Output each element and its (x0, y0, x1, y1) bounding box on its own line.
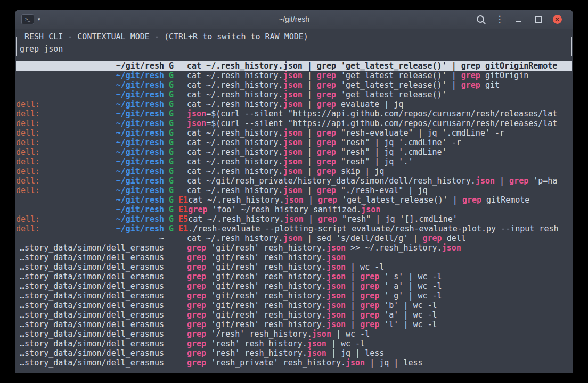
minimize-button[interactable] (509, 12, 528, 26)
search-button[interactable] (471, 12, 490, 26)
command-text: cat ~/.resh_history.json | grep 'get_lat… (187, 90, 572, 99)
history-row[interactable]: dell:~/git/reshGcat ~/.resh_history.json… (16, 147, 572, 157)
history-row[interactable]: …story_data/simon/dell_erasmusgrep '/res… (16, 329, 572, 339)
status-flags: G (164, 90, 187, 99)
command-text: cat ~/.resh_history.json | grep "resh" |… (187, 157, 572, 166)
history-row[interactable]: dell:~/git/reshG E1./resh-evaluate --plo… (16, 224, 572, 234)
titlebar: >_ ▾ ~/git/resh ⋮ ✕ (15, 10, 573, 29)
history-row[interactable]: dell:~/git/reshGjson=$(curl --silent "ht… (16, 109, 572, 119)
command-text: cat ~/.resh_history.json | sed 's/dell/d… (187, 234, 572, 243)
history-row[interactable]: …story_data/simon/dell_erasmusgrep 'git/… (16, 253, 572, 262)
match-highlight: json (283, 80, 303, 90)
history-row[interactable]: dell:~/git/reshGcat ~/git/resh_private/h… (16, 176, 572, 186)
git-flag: G (169, 119, 174, 128)
history-row[interactable]: …story_data/simon/dell_erasmusgrep 'git/… (16, 272, 572, 281)
git-flag: G (169, 71, 174, 80)
command-text: cat ~/.resh_history.json | grep "resh" |… (188, 214, 572, 224)
status-flags: G (164, 109, 187, 119)
directory-label: …story_data/simon/dell_erasmus (20, 329, 164, 339)
directory-label: ~/git/resh (116, 80, 164, 90)
match-highlight: grep (187, 253, 206, 262)
history-row[interactable]: …story_data/simon/dell_erasmusgrep 'git/… (16, 243, 572, 253)
directory-label: …story_data/simon/dell_erasmus (20, 291, 164, 301)
history-row[interactable]: dell:~/git/reshGjson=$(curl --silent "ht… (16, 119, 572, 128)
match-highlight: grep (187, 281, 206, 291)
history-row[interactable]: …story_data/simon/dell_erasmusgrep 'git/… (16, 262, 572, 272)
history-row[interactable]: ~/git/reshG E1grep 'foo' ~/resh_history_… (16, 205, 572, 214)
status-flags (164, 262, 187, 272)
history-row[interactable]: dell:~/git/reshGcat ~/.resh_history.json… (16, 99, 572, 109)
restore-icon (535, 16, 542, 23)
command-text: grep 'git/resh' resh_history.json | wc -… (187, 262, 572, 272)
status-flags (164, 348, 187, 358)
chevron-down-icon[interactable]: ▾ (38, 16, 40, 22)
command-text: grep 'git/resh' resh_history.json | grep… (187, 320, 572, 329)
command-text: ./resh-evaluate --plotting-script evalua… (188, 224, 572, 234)
restore-button[interactable] (528, 12, 548, 26)
terminal-window: >_ ▾ ~/git/resh ⋮ ✕ RESH CLI - CONTEX (15, 10, 573, 373)
host-label: dell: (16, 186, 40, 195)
history-row[interactable]: dell:~/git/reshGcat ~/.resh_history.json… (16, 157, 572, 166)
match-highlight: grep (360, 291, 379, 301)
status-flags: G (164, 176, 187, 186)
history-row[interactable]: dell:~/git/reshGcat ~/.resh_history.json… (16, 138, 572, 147)
search-query-input[interactable]: grep json (20, 44, 568, 54)
history-row[interactable]: dell:~/git/reshGcat ~/.resh_history.json… (16, 186, 572, 195)
history-row[interactable]: …story_data/simon/dell_erasmusgrep 'git/… (16, 281, 572, 291)
match-highlight: grep (317, 186, 336, 195)
status-flags: G (164, 71, 187, 80)
match-highlight: json (346, 358, 365, 368)
history-list: ~/git/reshGcat ~/.resh_history.json | gr… (16, 61, 572, 368)
match-highlight: json (326, 281, 346, 291)
match-highlight: json (283, 71, 303, 80)
history-row[interactable]: ~/git/reshG E1cat ~/.resh_history.json |… (16, 195, 572, 205)
directory-label: …story_data/simon/dell_erasmus (20, 320, 164, 329)
directory-label: …story_data/simon/dell_erasmus (20, 310, 164, 320)
menu-button[interactable]: ⋮ (490, 12, 509, 26)
command-text: json=$(curl --silent "https://api.github… (187, 119, 572, 128)
status-flags: G (164, 166, 187, 176)
history-row[interactable]: dell:~/git/reshGcat ~/.resh_history.json… (16, 166, 572, 176)
match-highlight: grep (317, 90, 336, 99)
match-highlight: grep (318, 195, 337, 205)
history-row[interactable]: …story_data/simon/dell_erasmusgrep 'git/… (16, 291, 572, 301)
history-row[interactable]: ~/git/reshGcat ~/.resh_history.json | gr… (16, 71, 572, 80)
match-highlight: json (326, 291, 346, 301)
status-flags (164, 358, 187, 368)
git-flag: G (169, 157, 174, 166)
history-row[interactable]: dell:~/git/reshGcat ~/.resh_history.json… (16, 128, 572, 138)
history-row[interactable]: ~/git/reshGcat ~/.resh_history.json | gr… (16, 90, 572, 99)
command-text: grep '/resh' resh_history.json | wc -l (187, 329, 572, 339)
git-flag: G (169, 224, 174, 234)
match-highlight: grep (360, 320, 379, 329)
host-label: dell: (16, 214, 40, 224)
new-terminal-button[interactable]: >_ (21, 14, 34, 24)
directory-label: ~/git/resh (116, 119, 164, 128)
history-row[interactable]: …story_data/simon/dell_erasmusgrep 'resh… (16, 339, 572, 348)
history-row[interactable]: …story_data/simon/dell_erasmusgrep 'git/… (16, 310, 572, 320)
status-flags: G E1 (164, 224, 188, 234)
history-row[interactable]: …story_data/simon/dell_erasmusgrep 'resh… (16, 358, 572, 368)
match-highlight: grep (317, 147, 336, 157)
history-row[interactable]: …story_data/simon/dell_erasmusgrep 'resh… (16, 348, 572, 358)
history-row[interactable]: ~/git/reshGcat ~/.resh_history.json | gr… (16, 80, 572, 90)
history-row[interactable]: ~/git/reshGcat ~/.resh_history.json | gr… (16, 61, 572, 71)
match-highlight: json (283, 147, 303, 157)
history-row[interactable]: …story_data/simon/dell_erasmusgrep 'git/… (16, 320, 572, 329)
directory-label: …story_data/simon/dell_erasmus (20, 339, 164, 348)
close-button[interactable]: ✕ (548, 12, 567, 26)
directory-label: ~/git/resh (116, 205, 164, 214)
history-row[interactable]: dell:~/git/reshG E5cat ~/.resh_history.j… (16, 214, 572, 224)
host-label: dell: (16, 166, 40, 176)
match-highlight: grep (317, 61, 336, 71)
history-row[interactable]: …story_data/simon/dell_erasmusgrep 'git/… (16, 301, 572, 310)
status-flags: G E5 (164, 214, 188, 224)
match-highlight: json (442, 243, 461, 253)
match-highlight: grep (187, 291, 206, 301)
command-text: grep 'resh' resh_history.json | jq | les… (187, 348, 572, 358)
command-text: grep 'git/resh' resh_history.json | grep… (187, 281, 572, 291)
match-highlight: grep (423, 234, 442, 243)
history-row[interactable]: ~cat ~/.resh_history.json | sed 's/dell/… (16, 234, 572, 243)
match-highlight: grep (188, 205, 207, 214)
match-highlight: grep (318, 214, 337, 224)
